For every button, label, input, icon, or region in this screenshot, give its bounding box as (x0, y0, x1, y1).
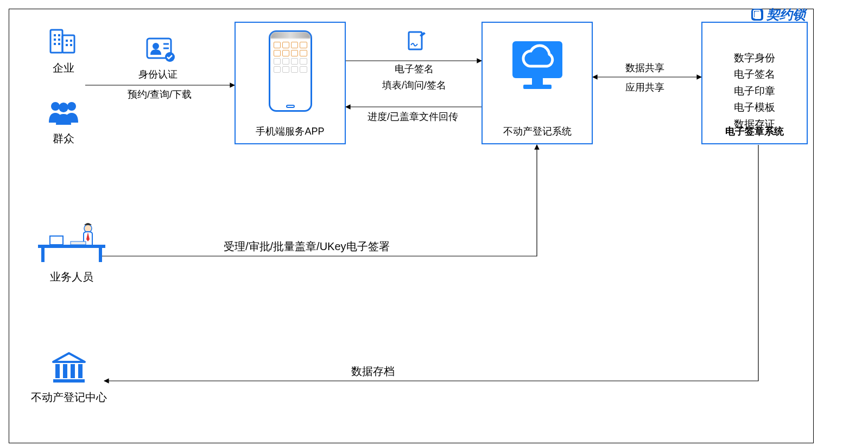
box-registry-system: 不动产登记系统 (481, 22, 593, 144)
svg-rect-29 (532, 78, 543, 85)
svg-rect-18 (70, 44, 72, 46)
esign-doc-icon-wrap (406, 30, 427, 54)
svg-rect-14 (58, 43, 60, 45)
actor-public-label: 群众 (39, 131, 88, 146)
box-registry-system-label: 不动产登记系统 (483, 125, 592, 138)
box-mobile-app-label: 手机端服务APP (236, 125, 345, 138)
logo-icon (750, 8, 764, 22)
svg-rect-31 (38, 245, 105, 248)
building-icon (47, 26, 80, 55)
label-archive: 数据存档 (351, 364, 395, 379)
actor-public: 群众 (39, 99, 88, 146)
svg-rect-33 (99, 248, 102, 262)
svg-rect-39 (71, 364, 75, 378)
brand-logo: 契约锁 (750, 6, 806, 23)
svg-point-35 (84, 225, 92, 232)
institution-icon (50, 351, 88, 385)
desk-person-icon (34, 221, 110, 264)
box-esign-system: 数字身份 电子签名 电子印章 电子模板 数据存证 电子签章系统 (701, 22, 808, 144)
svg-rect-37 (55, 364, 60, 378)
svg-rect-40 (78, 364, 83, 378)
svg-rect-13 (54, 43, 56, 45)
svg-rect-27 (409, 32, 422, 49)
svg-point-21 (59, 103, 68, 112)
label-id-auth: 身份认证 (138, 68, 178, 81)
label-fill-ask-sign: 填表/询问/签名 (382, 79, 446, 92)
diagram-frame: 契约锁 QIYUESUO.COM 企业 (9, 9, 814, 443)
label-book-query-download: 预约/查询/下载 (128, 88, 192, 101)
actor-enterprise-label: 企业 (39, 61, 88, 75)
svg-rect-7 (50, 30, 62, 53)
brand-name: 契约锁 (766, 6, 806, 23)
svg-rect-30 (523, 85, 552, 89)
people-icon (45, 99, 83, 126)
svg-rect-9 (54, 34, 56, 36)
svg-rect-15 (66, 40, 68, 42)
svg-rect-38 (63, 364, 67, 378)
svg-rect-16 (70, 40, 72, 42)
actor-staff: 业务人员 (31, 221, 112, 284)
id-card-icon (145, 36, 175, 62)
actor-enterprise: 企业 (39, 26, 88, 75)
svg-rect-10 (58, 34, 60, 36)
feature-item: 电子模板 (702, 99, 807, 116)
actor-reg-center: 不动产登记中心 (26, 351, 112, 405)
svg-point-23 (153, 43, 159, 49)
svg-rect-41 (53, 379, 85, 383)
label-esign: 电子签名 (395, 62, 434, 75)
svg-rect-32 (41, 248, 45, 262)
svg-rect-17 (66, 44, 68, 46)
actor-staff-label: 业务人员 (31, 270, 112, 284)
actor-reg-center-label: 不动产登记中心 (26, 390, 112, 405)
feature-item: 数字身份 (702, 50, 807, 66)
phone-icon (269, 30, 312, 112)
svg-point-19 (51, 102, 60, 111)
box-mobile-app: 手机端服务APP (235, 22, 346, 144)
svg-rect-11 (54, 39, 56, 41)
label-data-share: 数据共享 (625, 61, 664, 74)
svg-rect-8 (62, 35, 74, 53)
svg-point-20 (67, 102, 76, 111)
id-auth-icon-wrap (145, 36, 175, 65)
svg-rect-12 (58, 39, 60, 41)
feature-item: 电子印章 (702, 83, 807, 99)
svg-rect-36 (71, 241, 86, 245)
esign-feature-list: 数字身份 电子签名 电子印章 电子模板 数据存证 (702, 23, 807, 132)
esign-doc-icon (406, 30, 427, 52)
label-staff-ops: 受理/审批/批量盖章/UKey电子签署 (224, 239, 390, 254)
box-esign-system-label: 电子签章系统 (702, 125, 807, 138)
label-app-share: 应用共享 (625, 81, 664, 94)
feature-item: 电子签名 (702, 66, 807, 82)
svg-rect-34 (50, 236, 63, 245)
label-progress-return: 进度/已盖章文件回传 (368, 110, 458, 123)
cloud-monitor-icon (505, 36, 570, 95)
